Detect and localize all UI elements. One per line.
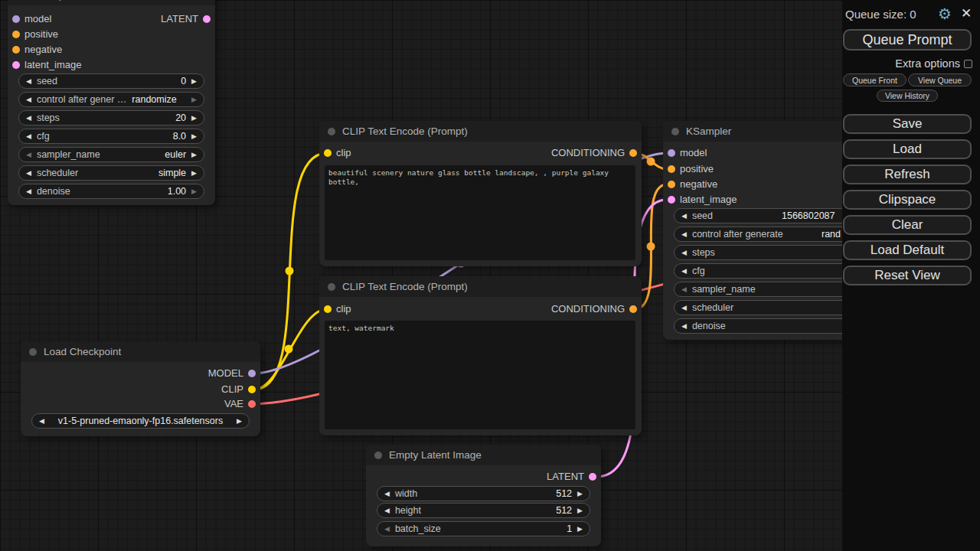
decrement-arrow-icon[interactable]: ◀ [681, 231, 687, 238]
decrement-arrow-icon[interactable]: ◀ [681, 305, 687, 311]
decrement-arrow-icon[interactable]: ◀ [681, 286, 687, 293]
decrement-arrow-icon[interactable]: ◀ [681, 323, 687, 330]
increment-arrow-icon[interactable]: ▶ [577, 507, 583, 514]
node-title-bar[interactable]: Empty Latent Image [366, 445, 601, 465]
model-input-dot[interactable] [12, 15, 20, 23]
clip-input-dot[interactable] [324, 149, 332, 157]
vae-output-dot[interactable] [248, 400, 256, 408]
node-title-bar[interactable]: CLIP Text Encode (Prompt) [319, 121, 642, 142]
queue-front-button[interactable]: Queue Front [843, 73, 906, 86]
increment-arrow-icon[interactable]: ▶ [577, 526, 583, 533]
decrement-arrow-icon[interactable]: ◀ [681, 249, 687, 256]
slot-label: MODEL [208, 367, 243, 379]
widget-scheduler[interactable]: ◀ scheduler simple ▶ [18, 165, 204, 181]
conditioning-output-dot[interactable] [629, 305, 637, 313]
load-default-button[interactable]: Load Default [843, 240, 972, 260]
increment-arrow-icon[interactable]: ▶ [191, 152, 197, 158]
latent-output-dot[interactable] [589, 473, 596, 481]
refresh-button[interactable]: Refresh [843, 165, 972, 184]
widget-value: 512 [556, 488, 572, 499]
save-button[interactable]: Save [843, 114, 972, 134]
clip-input-dot[interactable] [324, 305, 332, 313]
close-icon[interactable]: ✕ [961, 5, 972, 22]
widget-width[interactable]: ◀ width 512 ▶ [377, 486, 590, 501]
decrement-arrow-icon[interactable]: ◀ [26, 152, 31, 158]
widget-height[interactable]: ◀ height 512 ▶ [377, 503, 590, 518]
decrement-arrow-icon[interactable]: ◀ [681, 213, 687, 220]
increment-arrow-icon[interactable]: ▶ [191, 133, 197, 140]
decrement-arrow-icon[interactable]: ◀ [26, 170, 31, 177]
widget-label: seed [692, 210, 713, 221]
node-title-bar[interactable]: KSampler [8, 0, 215, 5]
prompt-textarea[interactable]: text, watermark [325, 321, 635, 429]
decrement-arrow-icon[interactable]: ◀ [384, 507, 390, 514]
reset-view-button[interactable]: Reset View [843, 266, 972, 285]
decrement-arrow-icon[interactable]: ◀ [26, 115, 31, 122]
widget-seed[interactable]: ◀ seed 0 ▶ [18, 73, 204, 89]
increment-arrow-icon[interactable]: ▶ [191, 115, 197, 122]
comfyui-canvas[interactable]: { "icons": { "left_arrow": "◀", "right_a… [0, 0, 980, 551]
clip-output-dot[interactable] [248, 386, 256, 393]
node-ksampler-left[interactable]: KSampler model positive negative latent_… [8, 0, 215, 205]
collapse-dot[interactable] [374, 452, 382, 459]
node-title-bar[interactable]: CLIP Text Encode (Prompt) [319, 276, 642, 297]
extra-options-checkbox[interactable] [964, 60, 972, 68]
widget-batch-size[interactable]: ◀ batch_size 1 ▶ [377, 521, 590, 536]
latent-image-input-dot[interactable] [12, 61, 20, 69]
model-output-dot[interactable] [248, 370, 256, 377]
increment-arrow-icon[interactable]: ▶ [577, 491, 583, 497]
output-slot-clip: CLIP [221, 382, 260, 397]
decrement-arrow-icon[interactable]: ◀ [26, 133, 31, 140]
node-clip-text-encode-negative[interactable]: CLIP Text Encode (Prompt) clip CONDITION… [319, 276, 642, 435]
node-title-bar[interactable]: Load Checkpoint [21, 341, 260, 362]
positive-input-dot[interactable] [12, 31, 20, 38]
wire-dot-cond-2 [647, 243, 655, 251]
extra-options-label: Extra options [895, 57, 960, 70]
decrement-arrow-icon[interactable]: ◀ [26, 188, 31, 195]
collapse-dot[interactable] [328, 128, 335, 135]
node-load-checkpoint[interactable]: Load Checkpoint MODEL CLIP VAE ◀ v1-5-pr… [21, 341, 260, 436]
decrement-arrow-icon[interactable]: ◀ [26, 96, 31, 103]
collapse-dot[interactable] [328, 283, 335, 291]
view-queue-button[interactable]: View Queue [908, 73, 972, 86]
output-slot-conditioning: CONDITIONING [551, 302, 642, 317]
collapse-dot[interactable] [671, 128, 679, 135]
latent-output-dot[interactable] [203, 15, 211, 23]
widget-ckpt-name[interactable]: ◀ v1-5-pruned-emaonly-fp16.safetensors ▶ [31, 413, 250, 429]
input-slot-latent-image: latent_image [663, 192, 737, 207]
widget-cfg[interactable]: ◀ cfg 8.0 ▶ [18, 129, 204, 144]
collapse-dot[interactable] [29, 348, 37, 356]
node-clip-text-encode-positive[interactable]: CLIP Text Encode (Prompt) clip CONDITION… [319, 121, 642, 266]
increment-arrow-icon[interactable]: ▶ [191, 96, 197, 103]
increment-arrow-icon[interactable]: ▶ [191, 188, 197, 195]
queue-prompt-button[interactable]: Queue Prompt [843, 29, 972, 51]
latent-image-input-dot[interactable] [668, 196, 675, 204]
negative-input-dot[interactable] [668, 181, 675, 188]
model-input-dot[interactable] [668, 149, 675, 157]
conditioning-output-dot[interactable] [629, 149, 637, 157]
next-arrow-icon[interactable]: ▶ [237, 418, 242, 425]
node-empty-latent-image[interactable]: Empty Latent Image LATENT ◀ width 512 ▶ … [366, 445, 601, 546]
widget-steps[interactable]: ◀ steps 20 ▶ [18, 110, 204, 126]
widget-control-after-generate[interactable]: ◀ control after gener … randomize ▶ [18, 92, 204, 107]
decrement-arrow-icon[interactable]: ◀ [681, 268, 687, 275]
decrement-arrow-icon[interactable]: ◀ [26, 78, 31, 85]
clipspace-button[interactable]: Clipspace [843, 190, 972, 210]
wire-dot-clip-1 [286, 267, 294, 276]
prompt-textarea[interactable]: beautiful scenery nature glass bottle la… [325, 165, 635, 260]
settings-gear-icon[interactable]: ⚙ [938, 5, 952, 22]
decrement-arrow-icon[interactable]: ◀ [384, 491, 390, 497]
positive-input-dot[interactable] [668, 165, 675, 173]
widget-denoise[interactable]: ◀ denoise 1.00 ▶ [18, 184, 204, 199]
load-button[interactable]: Load [843, 139, 972, 159]
view-history-button[interactable]: View History [877, 90, 938, 102]
negative-input-dot[interactable] [12, 46, 20, 54]
increment-arrow-icon[interactable]: ▶ [191, 78, 197, 85]
increment-arrow-icon[interactable]: ▶ [191, 170, 197, 177]
widget-sampler-name[interactable]: ◀ sampler_name euler ▶ [18, 147, 204, 162]
decrement-arrow-icon[interactable]: ◀ [384, 526, 390, 533]
slot-label: CLIP [221, 383, 243, 395]
previous-arrow-icon[interactable]: ◀ [39, 418, 44, 425]
widget-label: batch_size [395, 523, 441, 534]
clear-button[interactable]: Clear [843, 215, 972, 235]
